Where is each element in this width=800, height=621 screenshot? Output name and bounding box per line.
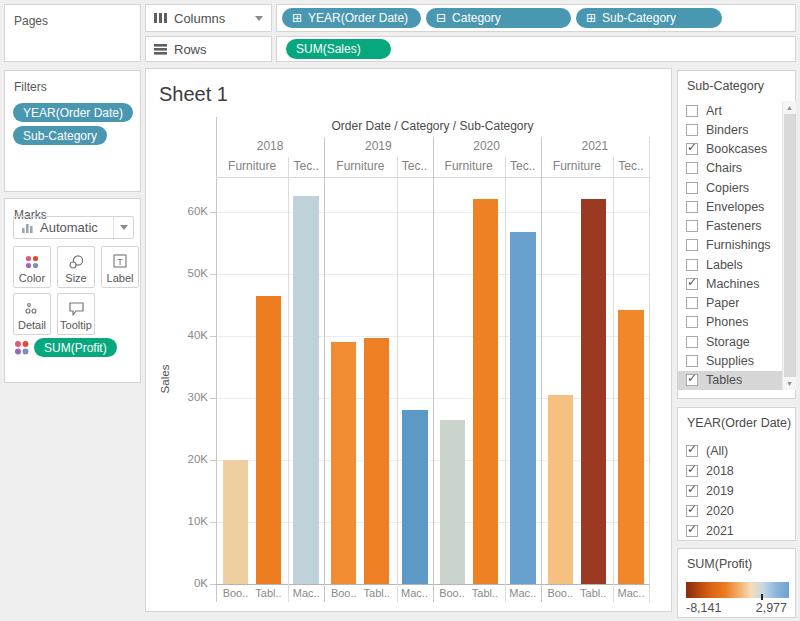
subcategory-item-bookcases[interactable]: ✓Bookcases (678, 140, 782, 159)
subcategory-item-copiers[interactable]: Copiers (678, 178, 782, 197)
bar-2021-mac[interactable] (618, 310, 644, 584)
rows-shelf-header[interactable]: Rows (145, 36, 272, 62)
subcategory-item-supplies[interactable]: Supplies (678, 351, 782, 370)
checkbox[interactable] (686, 182, 698, 194)
bar-2019-tabl[interactable] (364, 338, 389, 584)
subcategory-item-machines[interactable]: ✓Machines (678, 274, 782, 293)
checkbox-checked[interactable]: ✓ (686, 465, 698, 477)
checkbox-checked[interactable]: ✓ (686, 485, 698, 497)
pill-category[interactable]: ⊟Category (426, 8, 571, 28)
subcategory-item-paper[interactable]: Paper (678, 294, 782, 313)
category-divider (505, 157, 506, 602)
checkbox[interactable] (686, 239, 698, 251)
checkbox-checked[interactable]: ✓ (686, 143, 698, 155)
color-button[interactable]: Color (13, 246, 51, 288)
profit-gradient-bar[interactable] (686, 582, 789, 598)
bar-2021-boo[interactable] (548, 395, 573, 584)
checkbox[interactable] (686, 220, 698, 232)
subcategory-item-art[interactable]: Art (678, 101, 782, 120)
tableau-workspace: Pages Columns ⊞YEAR(Order Date)⊟Category… (0, 0, 800, 621)
y-tick-label: 50K (172, 267, 208, 279)
pill-year-order-date[interactable]: ⊞YEAR(Order Date) (282, 8, 421, 28)
pill-label: SUM(Sales) (296, 42, 361, 56)
filter-pill-sub-category[interactable]: Sub-Category (13, 126, 107, 145)
profit-min-label: -8,141 (686, 601, 721, 615)
pill-sub-category[interactable]: ⊞Sub-Category (576, 8, 722, 28)
bar-2019-mac[interactable] (402, 410, 428, 584)
subcategory-item-furnishings[interactable]: Furnishings (678, 236, 782, 255)
checkbox[interactable] (686, 201, 698, 213)
label-button[interactable]: TLabel (101, 246, 139, 288)
subcategory-item-envelopes[interactable]: Envelopes (678, 197, 782, 216)
y-tick-label: 20K (172, 453, 208, 465)
checkbox[interactable] (686, 355, 698, 367)
year-item-all[interactable]: ✓(All) (678, 441, 795, 461)
y-tick-label: 30K (172, 391, 208, 403)
subcategory-item-label: Bookcases (706, 142, 767, 156)
checkbox[interactable] (686, 105, 698, 117)
pages-shelf-title: Pages (5, 5, 140, 28)
detail-dots-icon (24, 300, 40, 317)
subcategory-item-labels[interactable]: Labels (678, 255, 782, 274)
checkbox-checked[interactable]: ✓ (686, 505, 698, 517)
pill-sum-sales[interactable]: SUM(Sales) (286, 39, 391, 59)
filters-shelf[interactable]: Filters YEAR(Order Date)Sub-Category (4, 70, 141, 192)
tooltip-button[interactable]: Tooltip (57, 293, 95, 335)
checkbox[interactable] (686, 162, 698, 174)
bar-2020-mac[interactable] (510, 232, 536, 584)
subcategory-item-tables[interactable]: ✓Tables (678, 371, 782, 390)
columns-caret-icon[interactable] (255, 16, 263, 21)
collapse-minus-icon[interactable]: ⊟ (436, 12, 446, 24)
checkbox-checked[interactable]: ✓ (686, 374, 698, 386)
checkbox-checked[interactable]: ✓ (686, 278, 698, 290)
checkbox[interactable] (686, 336, 698, 348)
expand-plus-icon[interactable]: ⊞ (292, 12, 302, 24)
detail-button[interactable]: Detail (13, 293, 51, 335)
category-header-tec: Tec.. (613, 159, 649, 173)
columns-shelf-header[interactable]: Columns (145, 4, 272, 32)
mark-type-caret[interactable] (113, 217, 133, 238)
bar-2018-boo[interactable] (223, 460, 248, 584)
subcategory-item-fasteners[interactable]: Fasteners (678, 217, 782, 236)
subcategory-item-label: Supplies (706, 354, 754, 368)
marks-card[interactable]: Marks Automatic ColorSizeTLabelDetailToo… (4, 198, 141, 383)
checkbox[interactable] (686, 259, 698, 271)
pages-shelf[interactable]: Pages (4, 4, 141, 62)
year-item-2019[interactable]: ✓2019 (678, 481, 795, 501)
check-icon: ✓ (687, 462, 697, 476)
subcategory-item-chairs[interactable]: Chairs (678, 159, 782, 178)
checkbox-checked[interactable]: ✓ (686, 525, 698, 537)
bar-2018-mac[interactable] (293, 196, 319, 584)
expand-plus-icon[interactable]: ⊞ (586, 12, 596, 24)
bar-2020-tabl[interactable] (473, 199, 498, 584)
subcategory-item-label: Binders (706, 123, 748, 137)
bar-2018-tabl[interactable] (256, 296, 281, 584)
subcategory-item-storage[interactable]: Storage (678, 332, 782, 351)
size-button[interactable]: Size (57, 246, 95, 288)
checkbox[interactable] (686, 297, 698, 309)
y-axis-title: Sales (159, 359, 171, 399)
bar-2020-boo[interactable] (440, 420, 465, 584)
subcategory-item-phones[interactable]: Phones (678, 313, 782, 332)
checkbox[interactable] (686, 124, 698, 136)
bar-2021-tabl[interactable] (581, 199, 606, 584)
columns-icon (154, 12, 167, 24)
year-item-2021[interactable]: ✓2021 (678, 521, 795, 541)
scroll-down-icon[interactable]: ▼ (783, 377, 796, 390)
year-header-2019: 2019 (324, 139, 432, 153)
year-item-2018[interactable]: ✓2018 (678, 461, 795, 481)
scroll-up-icon[interactable]: ▲ (783, 101, 796, 114)
subcategory-item-binders[interactable]: Binders (678, 120, 782, 139)
bar-2019-boo[interactable] (331, 342, 356, 584)
checkbox-checked[interactable]: ✓ (686, 445, 698, 457)
marks-encoding-row[interactable]: SUM(Profit) (13, 338, 117, 357)
year-item-2020[interactable]: ✓2020 (678, 501, 795, 521)
rows-shelf[interactable]: SUM(Sales) (276, 36, 796, 62)
pill-sum-profit[interactable]: SUM(Profit) (34, 338, 117, 357)
subcategory-scrollbar[interactable]: ▲ ▼ (782, 101, 795, 390)
columns-shelf[interactable]: ⊞YEAR(Order Date)⊟Category⊞Sub-Category (276, 4, 796, 32)
scrollbar-thumb[interactable] (784, 114, 795, 377)
mark-type-dropdown[interactable]: Automatic (13, 216, 134, 239)
checkbox[interactable] (686, 316, 698, 328)
filter-pill-year-order-date[interactable]: YEAR(Order Date) (13, 103, 133, 122)
